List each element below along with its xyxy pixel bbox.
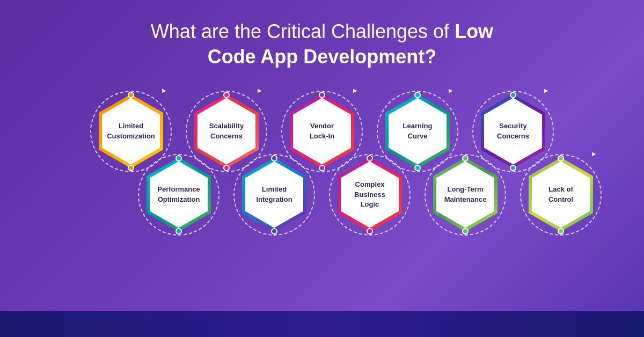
hex-label-1: LimitedCustomization bbox=[107, 121, 155, 141]
bottom-dot-4 bbox=[414, 165, 421, 171]
hex-inner-10: Lack ofControl bbox=[532, 162, 590, 228]
hex-label-8: ComplexBusiness Logic bbox=[346, 180, 393, 209]
bottom-dot-8 bbox=[367, 228, 373, 235]
hex-label-4: LearningCurve bbox=[403, 121, 433, 141]
hex-lack-of-control: Lack ofControl bbox=[518, 152, 604, 238]
bottom-row: PerformanceOptimization LimitedIntegrati… bbox=[128, 152, 612, 238]
bottom-dot-1 bbox=[128, 165, 134, 171]
hex-limited-integration: LimitedIntegration bbox=[231, 152, 317, 238]
hex-inner-8: ComplexBusiness Logic bbox=[341, 162, 399, 228]
title-line1: What are the Critical Challenges of bbox=[151, 20, 449, 42]
top-dot-7 bbox=[271, 155, 277, 162]
title-bold-rest: Code App Development? bbox=[208, 46, 437, 68]
hex-label-10: Lack ofControl bbox=[548, 185, 573, 204]
hex-performance-optimization: PerformanceOptimization bbox=[136, 152, 222, 238]
hex-label-6: PerformanceOptimization bbox=[157, 185, 200, 204]
top-dot-10 bbox=[558, 155, 564, 162]
hex-inner-2: ScalabilityConcerns bbox=[197, 98, 255, 165]
top-dot-5 bbox=[510, 92, 516, 98]
hex-inner-9: Long-TermMaintenance bbox=[436, 162, 494, 228]
top-dot-8 bbox=[367, 155, 373, 162]
top-dot-3 bbox=[319, 92, 325, 98]
bottom-dot-2 bbox=[223, 165, 230, 171]
bottom-dot-9 bbox=[462, 228, 469, 235]
hex-inner-5: SecurityConcerns bbox=[484, 98, 542, 165]
bottom-dot-6 bbox=[175, 228, 182, 235]
hex-inner-7: LimitedIntegration bbox=[245, 162, 303, 228]
bottom-dot-5 bbox=[510, 165, 516, 171]
top-dot-4 bbox=[414, 92, 421, 98]
bottom-dot-3 bbox=[319, 165, 325, 171]
hex-inner-1: LimitedCustomization bbox=[102, 98, 160, 165]
hex-long-term-maintenance: Long-TermMaintenance bbox=[422, 152, 508, 238]
top-dot-9 bbox=[462, 155, 469, 162]
bottom-bar bbox=[0, 311, 644, 337]
background: What are the Critical Challenges of Low … bbox=[0, 0, 644, 238]
bottom-dot-7 bbox=[271, 228, 277, 235]
title-bold-low: Low bbox=[455, 20, 493, 42]
bottom-dot-10 bbox=[558, 228, 564, 235]
title-section: What are the Critical Challenges of Low … bbox=[0, 0, 644, 80]
hex-label-2: ScalabilityConcerns bbox=[209, 121, 244, 141]
top-dot-2 bbox=[223, 92, 230, 98]
hex-label-3: VendorLock-In bbox=[310, 121, 334, 141]
hex-label-7: LimitedIntegration bbox=[256, 185, 292, 204]
top-dot-6 bbox=[175, 155, 182, 162]
hex-inner-3: VendorLock-In bbox=[293, 98, 351, 165]
hex-label-9: Long-TermMaintenance bbox=[444, 185, 487, 204]
hex-label-5: SecurityConcerns bbox=[497, 121, 529, 141]
hex-inner-4: LearningCurve bbox=[389, 98, 447, 165]
hex-inner-6: PerformanceOptimization bbox=[150, 162, 208, 228]
top-row: LimitedCustomization ScalabilityConcerns bbox=[32, 89, 612, 174]
hexagons-area: LimitedCustomization ScalabilityConcerns bbox=[0, 89, 644, 238]
hex-complex-business-logic: ComplexBusiness Logic bbox=[327, 152, 413, 238]
top-dot-1 bbox=[128, 92, 134, 98]
